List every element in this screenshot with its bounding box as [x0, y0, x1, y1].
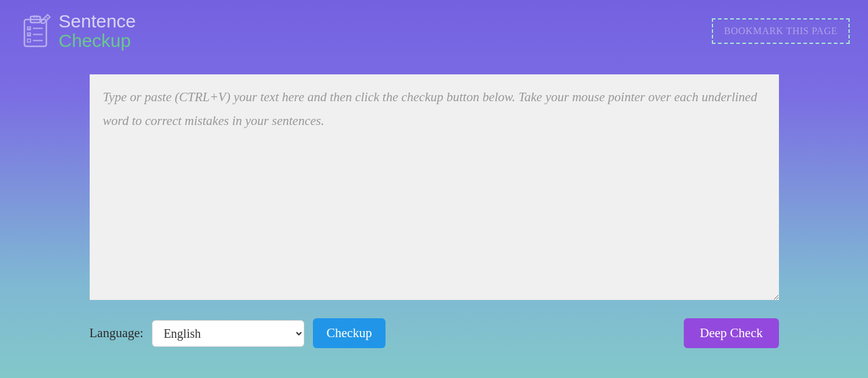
logo-text: Sentence Checkup [59, 12, 136, 50]
logo-line1: Sentence [59, 12, 136, 30]
controls-bar: Language: English Checkup Deep Check [90, 318, 779, 348]
header: Sentence Checkup BOOKMARK THIS PAGE [0, 0, 868, 56]
clipboard-icon [18, 13, 54, 49]
deep-check-button[interactable]: Deep Check [684, 318, 778, 348]
logo-line2: Checkup [59, 32, 136, 50]
logo[interactable]: Sentence Checkup [18, 12, 136, 50]
controls-left: Language: English Checkup [90, 318, 386, 348]
editor-textarea[interactable] [90, 74, 779, 300]
checkup-button[interactable]: Checkup [313, 318, 386, 348]
main-container: Language: English Checkup Deep Check [90, 74, 779, 348]
language-select[interactable]: English [152, 320, 304, 347]
language-label: Language: [90, 326, 144, 341]
svg-line-10 [46, 16, 48, 19]
bookmark-button[interactable]: BOOKMARK THIS PAGE [712, 18, 850, 44]
svg-rect-8 [27, 39, 30, 42]
